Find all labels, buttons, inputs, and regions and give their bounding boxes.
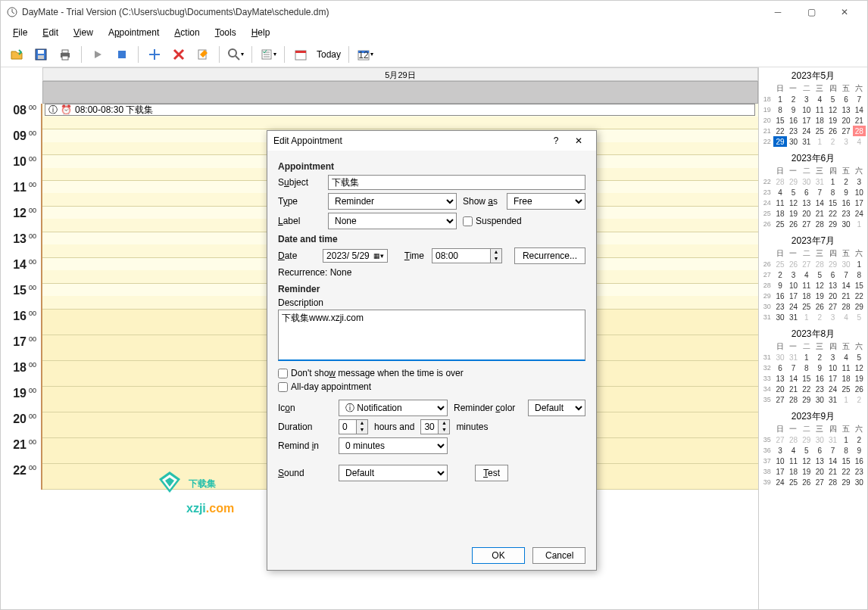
calendar-day[interactable]: 23 xyxy=(853,466,866,477)
calendar-day[interactable]: 2 xyxy=(813,312,826,322)
menu-help[interactable]: Help xyxy=(245,26,276,39)
recurrence-button[interactable]: Recurrence... xyxy=(514,247,585,264)
calendar-day[interactable]: 4 xyxy=(787,445,800,456)
ok-button[interactable]: OK xyxy=(472,547,525,564)
calendar-day[interactable]: 29 xyxy=(800,394,813,405)
calendar-day[interactable]: 8 xyxy=(839,445,852,456)
date-nav-button[interactable]: 12▾ xyxy=(354,43,376,66)
menu-file[interactable]: File xyxy=(7,26,33,39)
icon-select[interactable]: ⓘ Notification xyxy=(339,400,448,416)
calendar-day[interactable]: 22 xyxy=(839,466,852,477)
calendar-day[interactable]: 16 xyxy=(813,373,826,384)
delete-button[interactable] xyxy=(167,43,190,66)
calendar-day[interactable]: 31 xyxy=(813,176,826,187)
calendar-day[interactable]: 28 xyxy=(773,176,786,187)
allday-row[interactable] xyxy=(42,81,758,104)
calendar-day[interactable]: 20 xyxy=(839,115,852,126)
calendar-day[interactable]: 12 xyxy=(800,456,813,466)
calendar-day[interactable]: 14 xyxy=(787,373,800,384)
calendar-day[interactable]: 8 xyxy=(800,363,813,373)
calendar-day[interactable]: 12 xyxy=(813,280,826,291)
calendar-day[interactable]: 13 xyxy=(813,456,826,466)
calendar-day[interactable]: 1 xyxy=(853,259,866,269)
calendar-day[interactable]: 22 xyxy=(853,291,866,301)
calendar-day[interactable]: 9 xyxy=(787,104,800,115)
calendar-day[interactable]: 22 xyxy=(800,384,813,394)
calendar-day[interactable]: 1 xyxy=(853,219,866,229)
subject-input[interactable] xyxy=(328,175,585,190)
calendar-day[interactable]: 11 xyxy=(773,198,786,208)
calendar-day[interactable]: 6 xyxy=(800,187,813,198)
calendar-day[interactable]: 20 xyxy=(773,384,786,394)
calendar-day[interactable]: 5 xyxy=(787,187,800,198)
calendar-day[interactable]: 1 xyxy=(826,176,839,187)
calendar-day[interactable]: 8 xyxy=(773,104,786,115)
calendar-day[interactable]: 28 xyxy=(787,434,800,445)
calendar-day[interactable]: 10 xyxy=(853,187,866,198)
calendar-day[interactable]: 20 xyxy=(826,291,839,301)
calendar-day[interactable]: 6 xyxy=(839,94,852,104)
calendar-day[interactable]: 22 xyxy=(773,126,786,136)
calendar-day[interactable]: 15 xyxy=(826,198,839,208)
calendar-day[interactable]: 25 xyxy=(787,477,800,487)
minical-title[interactable]: 2023年5月 xyxy=(760,69,866,83)
calendar-day[interactable]: 4 xyxy=(800,269,813,280)
calendar-day[interactable]: 27 xyxy=(773,394,786,405)
calendar-day[interactable]: 7 xyxy=(839,269,852,280)
calendar-day[interactable]: 21 xyxy=(839,291,852,301)
calendar-day[interactable]: 28 xyxy=(826,477,839,487)
calendar-day[interactable]: 27 xyxy=(800,219,813,229)
calendar-day[interactable]: 7 xyxy=(853,94,866,104)
minical-title[interactable]: 2023年7月 xyxy=(760,234,866,248)
calendar-day[interactable]: 29 xyxy=(853,301,866,312)
calendar-day[interactable]: 25 xyxy=(773,259,786,269)
calendar-day[interactable]: 2 xyxy=(813,352,826,363)
calendar-button[interactable] xyxy=(289,43,312,66)
time-input[interactable]: ▲▼ xyxy=(432,248,502,263)
calendar-day[interactable]: 7 xyxy=(787,363,800,373)
calendar-day[interactable]: 4 xyxy=(773,187,786,198)
calendar-day[interactable]: 30 xyxy=(773,352,786,363)
calendar-day[interactable]: 30 xyxy=(813,394,826,405)
calendar-day[interactable]: 5 xyxy=(826,94,839,104)
add-button[interactable] xyxy=(143,43,166,66)
minical-title[interactable]: 2023年8月 xyxy=(760,327,866,341)
calendar-day[interactable]: 11 xyxy=(787,456,800,466)
calendar-day[interactable]: 17 xyxy=(773,466,786,477)
calendar-day[interactable]: 30 xyxy=(800,176,813,187)
calendar-day[interactable]: 8 xyxy=(853,269,866,280)
stop-button[interactable] xyxy=(111,43,133,66)
allday-checkbox[interactable]: All-day appointment xyxy=(278,381,585,392)
minimize-button[interactable]: ─ xyxy=(761,1,795,23)
calendar-day[interactable]: 1 xyxy=(839,434,852,445)
calendar-day[interactable]: 1 xyxy=(839,394,852,405)
calendar-day[interactable]: 21 xyxy=(826,466,839,477)
calendar-day[interactable]: 26 xyxy=(853,384,866,394)
dialog-close-button[interactable]: ✕ xyxy=(567,135,590,146)
calendar-day[interactable]: 11 xyxy=(813,104,826,115)
calendar-day[interactable]: 30 xyxy=(773,312,786,322)
calendar-day[interactable]: 24 xyxy=(800,126,813,136)
calendar-day[interactable]: 3 xyxy=(826,312,839,322)
calendar-day[interactable]: 10 xyxy=(787,280,800,291)
calendar-day[interactable]: 20 xyxy=(800,208,813,219)
calendar-day[interactable]: 24 xyxy=(787,301,800,312)
calendar-day[interactable]: 14 xyxy=(826,456,839,466)
duration-mins[interactable]: ▲▼ xyxy=(420,419,450,434)
calendar-day[interactable]: 11 xyxy=(839,363,852,373)
calendar-day[interactable]: 30 xyxy=(787,136,800,147)
calendar-day[interactable]: 3 xyxy=(773,445,786,456)
calendar-day[interactable]: 30 xyxy=(839,219,852,229)
showas-select[interactable]: Free xyxy=(507,193,585,210)
date-input[interactable]: 2023/ 5/29▦▾ xyxy=(323,249,388,263)
calendar-day[interactable]: 23 xyxy=(839,208,852,219)
today-label[interactable]: Today xyxy=(314,49,344,60)
menu-view[interactable]: View xyxy=(67,26,99,39)
calendar-day[interactable]: 5 xyxy=(853,312,866,322)
calendar-day[interactable]: 12 xyxy=(826,104,839,115)
search-button[interactable]: ▾ xyxy=(224,43,247,66)
calendar-day[interactable]: 7 xyxy=(813,187,826,198)
calendar-day[interactable]: 1 xyxy=(773,94,786,104)
calendar-day[interactable]: 28 xyxy=(813,219,826,229)
calendar-day[interactable]: 26 xyxy=(787,259,800,269)
